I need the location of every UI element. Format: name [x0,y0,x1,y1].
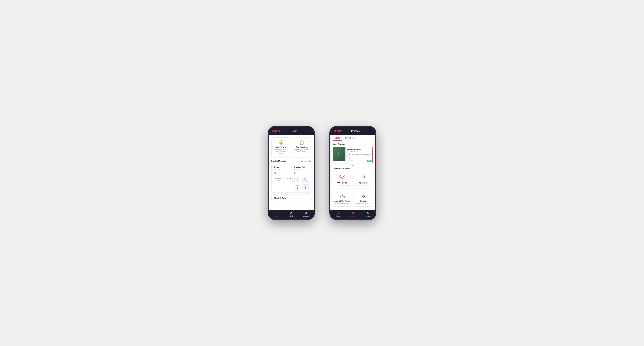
drills-capture-label: Drills Capture [294,169,309,171]
drill-footer: ○ 9 shots APP [347,160,372,162]
practice-nav-home[interactable]: ⌂ Home [330,211,346,217]
svg-line-0 [340,175,342,179]
last-3-months-label: Last 3 Months [272,160,286,163]
add-round-desc: Record your shots in fast or enhanced mo… [274,149,288,155]
app-box: APP 4 [302,176,309,183]
ott-val: 0 [296,179,300,182]
chevron-right-icon: › [308,197,308,199]
activity-header: Last 3 Months View Activity [269,159,314,164]
svg-point-14 [364,177,365,178]
putt-val: 4 [304,186,307,189]
home-menu-icon[interactable]: ☰ [308,129,310,133]
drills-total: 8 [294,171,309,175]
add-round-card[interactable]: ⛳ Add Round Record your shots in fast or… [272,137,290,158]
svg-point-22 [363,196,364,196]
drill-thumbnail: 🏌️ [333,147,346,161]
putting-desc: Make and lag practice [355,203,372,204]
app-val: 4 [304,179,307,182]
ott-box: OTT 0 [294,176,301,183]
golf-bag[interactable]: My Golf Bag › [272,194,311,202]
capture-nav-label: Capture [303,215,309,217]
home-header: clippd Home ☰ [269,127,314,135]
svg-point-5 [340,175,341,176]
practice-home-icon: ⌂ [337,211,339,215]
practice-main: Most Popular 🏌️ Wedge Ladder 50–100 yds … [330,141,375,210]
add-practice-desc: Capture your practice off-the-course [294,149,309,153]
svg-point-8 [345,176,346,177]
add-practice-title: Add Practice [294,146,309,148]
nav-capture[interactable]: ⊕ Capture [299,211,314,217]
nav-home[interactable]: ⌂ Home [269,211,284,217]
app-badge: APP [367,160,371,162]
add-practice-card[interactable]: 📋 Add Practice Capture your practice off… [292,137,311,158]
tabs-bar: Drills Favourites [330,135,375,141]
stats-container: Rounds Rounds Capture 0 Tournament 0 Pra… [272,164,311,192]
home-nav-label: Home [274,215,278,217]
most-popular-title: Most Popular [332,143,373,145]
skill-off-the-tee[interactable]: Off The Tee Power and accuracy [332,171,352,188]
home-content: ⛳ Add Round Record your shots in fast or… [269,135,314,210]
app-label: APP [304,178,307,179]
nav-activities[interactable]: ⚙ Activities [284,211,299,217]
off-the-tee-desc: Power and accuracy [334,184,350,186]
practice-activities-label: Activities [350,215,356,217]
tab-favourites[interactable]: Favourites [342,135,357,141]
activities-nav-icon: ⚙ [290,211,292,215]
svg-point-12 [364,175,365,176]
practice-nav-capture[interactable]: ⊕ Capture [360,211,375,217]
practice-menu-icon[interactable]: ☰ [369,129,372,133]
rounds-total: 0 [274,171,292,175]
off-the-tee-icon [339,173,346,181]
add-round-icon: ⛳ [274,140,288,145]
practice-capture-label: Capture [365,215,370,217]
dot-3 [354,165,355,166]
putting-name: Putting [355,200,372,202]
view-activity-link[interactable]: View Activity [301,160,311,162]
svg-point-26 [362,195,362,196]
dot-2 [352,165,353,166]
home-action-cards: ⛳ Add Round Record your shots in fast or… [269,135,314,159]
practice-activities-icon: ⚙ [352,211,354,215]
practice-label: Practice [286,178,291,179]
skill-around-the-green[interactable]: Around The Green Hone your short game [332,190,352,207]
practice-phone: clippd Practice ☰ Drills Favourites Most… [329,126,376,220]
practice-capture-icon: ⊕ [367,211,369,215]
svg-point-7 [339,176,340,177]
star-icon[interactable]: ☆ [370,148,372,151]
practice-header: clippd Practice ☰ [330,127,375,135]
practice-box: Practice 0 [284,176,292,183]
approach-desc: Dial-in to hit the green [355,184,372,186]
drill-name: Wedge Ladder [347,148,361,150]
dot-1 [351,165,352,166]
wedge-ladder-card[interactable]: 🏌️ Wedge Ladder 50–100 yds ☆ Play 1 shot… [332,147,373,164]
tab-drills[interactable]: Drills [333,135,342,141]
red-bar [372,147,373,163]
svg-point-13 [364,176,365,177]
skill-approach[interactable]: Approach Dial-in to hit the green [354,171,373,188]
practice-nav-activities[interactable]: ⚙ Activities [345,211,360,217]
approach-name: Approach [355,182,372,184]
drill-description: Play 1 shot at each target yardage. If y… [347,153,372,159]
svg-point-25 [364,196,365,197]
scene: clippd Home ☰ ⛳ Add Round Record your sh… [260,119,384,227]
arg-val: 0 [296,186,300,189]
practice-nav: ⌂ Home ⚙ Activities ⊕ Capture [330,210,375,219]
practice-home-label: Home [336,215,340,217]
putt-box: PUTT 4 [302,184,309,190]
add-practice-icon: 📋 [294,140,309,145]
carousel-dots [332,165,373,166]
around-the-green-name: Around The Green [334,200,350,202]
skill-putting[interactable]: Putting Make and lag practice [354,190,373,207]
practice-drills-col: Practice Drills Drills Capture 8 OTT 0 A… [294,166,309,190]
ott-label: OTT [296,178,300,179]
around-the-green-desc: Hone your short game [334,203,350,204]
svg-point-23 [363,194,364,195]
approach-icon [360,173,367,181]
rounds-title: Rounds [274,166,292,168]
activities-nav-label: Activities [288,215,294,217]
svg-point-27 [364,195,365,196]
shots-icon: ○ [347,160,348,162]
skills-grid: Off The Tee Power and accuracy [332,171,373,207]
rounds-capture-label: Rounds Capture [274,169,292,171]
rounds-col: Rounds Rounds Capture 0 Tournament 0 Pra… [274,166,292,190]
